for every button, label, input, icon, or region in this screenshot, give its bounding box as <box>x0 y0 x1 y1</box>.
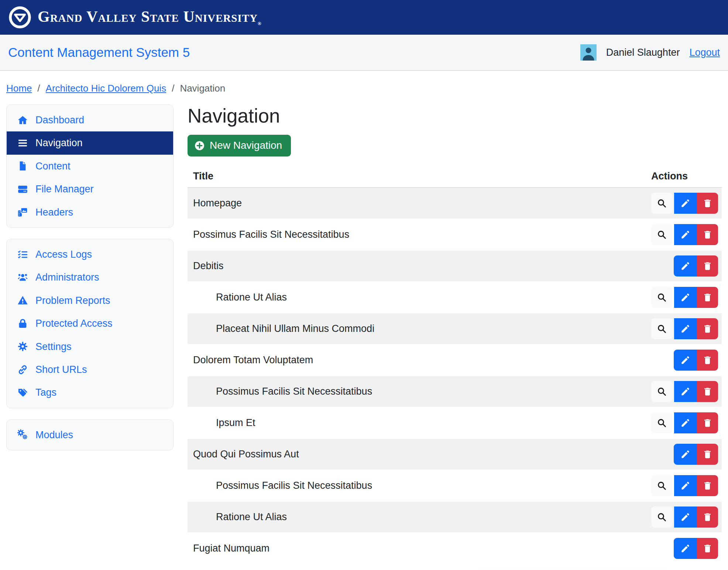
edit-button[interactable] <box>674 350 697 371</box>
sidebar-item-label: Settings <box>35 341 72 353</box>
sidebar-item-protected-access[interactable]: Protected Access <box>7 312 173 335</box>
sidebar-item-label: Content <box>35 160 71 172</box>
row-actions <box>651 287 722 308</box>
delete-button[interactable] <box>697 507 718 528</box>
delete-button[interactable] <box>697 350 718 371</box>
university-header: Grand Valley State University® <box>0 0 728 35</box>
view-button[interactable] <box>651 475 673 496</box>
trash-icon <box>703 324 712 334</box>
nav-item-title: Possimus Facilis Sit Necessitatibus <box>188 386 651 397</box>
breadcrumb-link-home[interactable]: Home <box>6 83 32 94</box>
sidebar-item-label: Protected Access <box>35 317 113 329</box>
trash-icon <box>703 261 712 271</box>
nav-item-title: Dolorem Totam Voluptatem <box>188 354 651 366</box>
sidebar-item-modules[interactable]: Modules <box>7 423 173 446</box>
delete-button[interactable] <box>697 193 718 214</box>
sidebar-item-tags[interactable]: Tags <box>7 381 173 404</box>
table-row: Possimus Facilis Sit Necessitatibus <box>188 219 722 251</box>
trash-icon <box>703 449 712 459</box>
file-icon <box>17 161 28 171</box>
trash-icon <box>703 387 712 396</box>
view-button[interactable] <box>651 381 673 402</box>
sidebar-item-settings[interactable]: Settings <box>7 335 173 358</box>
row-actions <box>651 538 722 559</box>
delete-button[interactable] <box>697 538 718 559</box>
delete-button[interactable] <box>697 318 718 339</box>
page-title: Navigation <box>188 105 722 127</box>
view-button[interactable] <box>651 507 673 528</box>
sidebar-item-label: Problem Reports <box>35 295 110 306</box>
sidebar-item-short-urls[interactable]: Short URLs <box>7 358 173 381</box>
edit-button[interactable] <box>674 224 697 245</box>
column-header-actions: Actions <box>651 171 722 182</box>
magnifier-icon <box>657 418 667 428</box>
delete-button[interactable] <box>697 475 718 496</box>
delete-button[interactable] <box>697 255 718 277</box>
view-button[interactable] <box>651 193 673 214</box>
user-name: Daniel Slaughter <box>606 47 680 58</box>
logout-link[interactable]: Logout <box>689 47 720 58</box>
pencil-icon <box>680 230 690 240</box>
view-button[interactable] <box>651 224 673 245</box>
column-header-title: Title <box>188 171 651 182</box>
table-row: Placeat Nihil Ullam Minus Commodi <box>188 313 722 345</box>
view-button[interactable] <box>651 287 673 308</box>
nav-item-title: Possimus Facilis Sit Necessitatibus <box>188 229 651 240</box>
edit-button[interactable] <box>674 193 697 214</box>
edit-button[interactable] <box>674 318 697 339</box>
sidebar-item-headers[interactable]: Headers <box>7 201 173 224</box>
edit-button[interactable] <box>674 507 697 528</box>
gears-icon <box>17 429 28 440</box>
pencil-icon <box>680 387 690 396</box>
table-row: Quod Qui Possimus Aut <box>188 439 722 470</box>
sidebar-item-administrators[interactable]: Administrators <box>7 266 173 289</box>
edit-button[interactable] <box>674 255 697 277</box>
view-button[interactable] <box>651 318 673 339</box>
delete-button[interactable] <box>697 287 718 308</box>
bars-icon <box>17 138 28 148</box>
new-navigation-label: New Navigation <box>210 140 282 151</box>
delete-button[interactable] <box>697 381 718 402</box>
breadcrumb-link-architecto-hic-dolorem-quis[interactable]: Architecto Hic Dolorem Quis <box>46 83 166 94</box>
sidebar-item-label: File Manager <box>35 183 94 195</box>
table-row: Ratione Ut Alias <box>188 502 722 533</box>
magnifier-icon <box>657 198 667 208</box>
trash-icon <box>703 230 712 240</box>
table-row: Dolorem Totam Voluptatem <box>188 345 722 376</box>
nav-table-body: HomepagePossimus Facilis Sit Necessitati… <box>188 188 722 564</box>
sidebar-item-problem-reports[interactable]: Problem Reports <box>7 289 173 312</box>
edit-button[interactable] <box>674 412 697 433</box>
sidebar-item-content[interactable]: Content <box>7 155 173 178</box>
sidebar-item-file-manager[interactable]: File Manager <box>7 178 173 200</box>
breadcrumb-separator: / <box>172 83 174 94</box>
app-titlebar: Content Management System 5 Daniel Slaug… <box>0 35 728 71</box>
nav-item-title: Debitis <box>188 260 651 272</box>
university-wordmark: Grand Valley State University® <box>38 9 262 26</box>
sidebar-item-access-logs[interactable]: Access Logs <box>7 243 173 266</box>
nav-item-title: Ratione Ut Alias <box>188 292 651 303</box>
edit-button[interactable] <box>674 287 697 308</box>
user-avatar <box>580 44 597 61</box>
delete-button[interactable] <box>697 444 718 465</box>
edit-button[interactable] <box>674 475 697 496</box>
sidebar-item-dashboard[interactable]: Dashboard <box>7 109 173 131</box>
edit-button[interactable] <box>674 538 697 559</box>
magnifier-icon <box>657 481 667 491</box>
edit-button[interactable] <box>674 444 697 465</box>
delete-button[interactable] <box>697 224 718 245</box>
table-row: Ratione Ut Alias <box>188 282 722 313</box>
sidebar-item-label: Access Logs <box>35 248 92 260</box>
sidebar-item-label: Navigation <box>35 137 83 149</box>
sidebar-item-navigation[interactable]: Navigation <box>7 131 173 154</box>
new-navigation-button[interactable]: New Navigation <box>188 135 291 157</box>
view-button[interactable] <box>651 412 673 433</box>
circle-plus-icon <box>194 140 205 151</box>
edit-button[interactable] <box>674 381 697 402</box>
nav-item-title: Homepage <box>188 198 651 209</box>
table-row: Possimus Facilis Sit Necessitatibus <box>188 376 722 408</box>
pencil-icon <box>680 543 690 553</box>
delete-button[interactable] <box>697 412 718 433</box>
breadcrumb-separator: / <box>37 83 40 94</box>
app-title-link[interactable]: Content Management System 5 <box>8 45 190 60</box>
magnifier-icon <box>657 512 667 522</box>
